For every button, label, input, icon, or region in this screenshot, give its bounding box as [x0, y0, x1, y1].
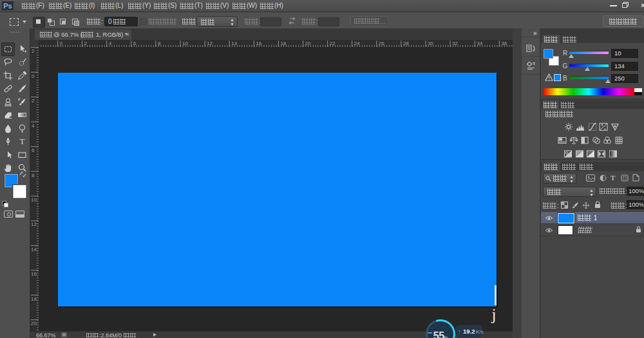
svg-text:8: 8	[158, 41, 161, 46]
svg-text:0: 0	[32, 73, 35, 79]
svg-text:8: 8	[32, 173, 35, 178]
svg-text:14: 14	[231, 41, 237, 46]
svg-text:26: 26	[379, 41, 384, 46]
svg-text:20: 20	[305, 41, 311, 46]
svg-text:12: 12	[207, 41, 213, 46]
svg-text:32: 32	[452, 41, 458, 46]
svg-text:20: 20	[31, 321, 37, 326]
svg-text:30: 30	[428, 41, 433, 46]
svg-text:10: 10	[182, 41, 188, 46]
svg-text:T: T	[20, 136, 25, 146]
svg-text:6: 6	[32, 147, 35, 153]
svg-text:6: 6	[133, 41, 137, 46]
svg-text:24: 24	[354, 41, 360, 46]
svg-text:10: 10	[31, 197, 37, 203]
svg-text:4: 4	[109, 41, 112, 46]
svg-text:18: 18	[280, 41, 286, 46]
svg-text:28: 28	[403, 41, 409, 46]
svg-text:18: 18	[31, 296, 37, 302]
svg-text:4: 4	[32, 123, 35, 129]
svg-text:36: 36	[501, 41, 507, 46]
svg-text:2: 2	[32, 98, 35, 104]
svg-text:2: 2	[84, 41, 88, 46]
svg-text:0: 0	[60, 41, 63, 46]
svg-text:16: 16	[31, 271, 37, 277]
svg-text:14: 14	[31, 247, 37, 252]
svg-text:22: 22	[330, 41, 336, 46]
svg-text:2: 2	[32, 48, 35, 54]
svg-text:16: 16	[256, 41, 261, 46]
svg-text:12: 12	[31, 221, 37, 227]
svg-text:34: 34	[477, 41, 482, 46]
